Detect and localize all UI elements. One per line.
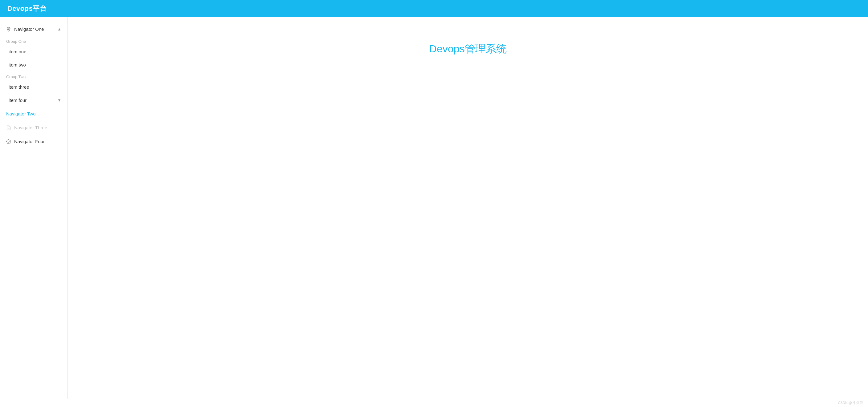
item-four-chevron: ▼ <box>57 98 61 102</box>
sidebar-item-item-two[interactable]: item two <box>0 58 67 71</box>
item-two-label: item two <box>9 62 26 67</box>
navigator-four-label: Navigator Four <box>14 139 45 144</box>
sidebar-item-navigator-four[interactable]: Navigator Four <box>0 134 67 148</box>
group-one-label: Group One <box>0 36 67 45</box>
location-icon <box>6 27 11 32</box>
sidebar-item-item-four[interactable]: item four ▼ <box>0 94 67 107</box>
navigator-two-label: Navigator Two <box>6 111 36 116</box>
item-three-label: item three <box>9 84 29 90</box>
navigator-three-label: Navigator Three <box>14 125 47 130</box>
sidebar-item-navigator-one[interactable]: Navigator One ▲ <box>0 22 67 36</box>
sidebar-item-navigator-two[interactable]: Navigator Two <box>0 107 67 121</box>
svg-point-3 <box>8 141 9 142</box>
main-content: Devops管理系统 <box>68 17 868 399</box>
footer-text: CSDN @ 牛蛋管 <box>838 401 863 405</box>
sidebar-item-item-one[interactable]: item one <box>0 45 67 58</box>
svg-point-0 <box>8 28 9 29</box>
main-title: Devops管理系统 <box>429 42 506 56</box>
navigator-one-label: Navigator One <box>14 27 44 32</box>
main-layout: Navigator One ▲ Group One item one item … <box>0 17 868 399</box>
app-title: Devops平台 <box>7 4 46 13</box>
document-icon <box>6 125 11 130</box>
item-four-label: item four <box>9 98 27 103</box>
app-header: Devops平台 <box>0 0 868 17</box>
gear-icon <box>6 139 11 144</box>
sidebar-item-navigator-three: Navigator Three <box>0 121 67 134</box>
sidebar: Navigator One ▲ Group One item one item … <box>0 17 68 399</box>
app-footer: CSDN @ 牛蛋管 <box>0 399 868 407</box>
sidebar-item-item-three[interactable]: item three <box>0 80 67 94</box>
navigator-one-chevron: ▲ <box>57 27 61 31</box>
group-two-label: Group Two <box>0 71 67 80</box>
item-one-label: item one <box>9 49 27 54</box>
